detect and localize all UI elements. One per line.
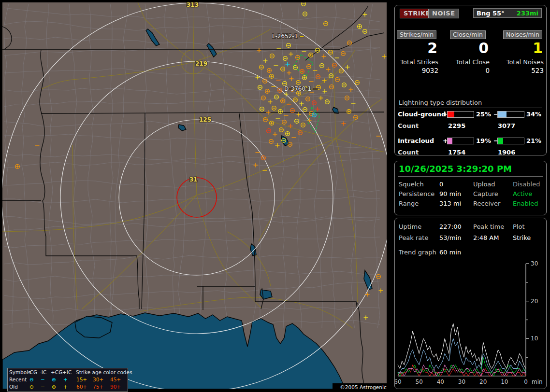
uptime-value: 227:00	[439, 223, 462, 230]
plot-mode-value: Strike	[513, 234, 531, 241]
trend-x-tick: 10	[501, 378, 508, 385]
uptime-label: Uptime	[399, 223, 421, 230]
trend-y-tick: 30	[531, 260, 538, 267]
age-90: 90+	[110, 384, 121, 390]
range-value: 313 mi	[439, 200, 461, 207]
age-30: 30+	[93, 377, 103, 382]
legend-col-ic-pos: +IC	[62, 369, 72, 375]
intracloud-label: Intracloud	[398, 137, 434, 144]
session-panel: Uptime 227:00 Peak time Plot Peak rate 5…	[394, 218, 547, 389]
intracloud-count-row: Count 1754 1906	[395, 149, 546, 155]
noise-mode-button[interactable]: NOISE	[428, 9, 459, 18]
total-close-label: Total Close	[450, 56, 491, 66]
trend-y-tick: 10	[531, 335, 538, 342]
circle-plus-icon: ⊕	[52, 384, 56, 390]
count-label: Count	[398, 122, 419, 129]
trend-series-intracloud-pos	[398, 365, 526, 376]
cloud-ground-row: Cloud-ground + 25% − 34%	[395, 111, 546, 117]
peak-rate-value: 53/min	[439, 234, 461, 241]
cloud-ground-count-row: Count 2295 3077	[395, 122, 546, 129]
total-noises-value: 523	[503, 66, 545, 74]
status-panel: 10/26/2025 3:29:20 PM Squelch 0 Upload D…	[394, 161, 547, 215]
map-canvas[interactable]: 31321912531L-2652-1−D-3760-1− Symbols -C…	[2, 2, 387, 389]
bearing-readout: Bng 55° 233mi	[473, 8, 542, 18]
minus-icon: −	[41, 384, 45, 390]
capture-status: Active	[513, 190, 532, 197]
noises-per-min-chip[interactable]: Noises/min	[503, 30, 542, 39]
range-ring-label: 313	[187, 2, 199, 8]
stats-panel: STRIKE NOISE Bng 55° 233mi Strikes/min 2…	[394, 5, 547, 155]
minus-icon: −	[41, 377, 45, 382]
plus-icon: +	[63, 377, 68, 382]
ic-pos-count: 1754	[448, 149, 465, 156]
receiver-label: Receiver	[473, 200, 500, 207]
trend-x-axis-unit: min	[532, 378, 543, 385]
trend-graph-label: Trend graph	[399, 249, 436, 256]
persistence-label: Persistence	[399, 190, 434, 197]
symbol-legend: Symbols -CG -IC +CG +IC Strike age color…	[7, 368, 128, 392]
strikes-per-min-value: 2	[397, 39, 439, 56]
storm-cell-label: L-2652-1−	[272, 33, 304, 40]
circle-minus-icon: ⊖	[29, 384, 34, 390]
ic-neg-bar	[497, 138, 524, 144]
trend-graph: 1020306050403020100min	[395, 259, 547, 388]
range-ring-label: 31	[189, 176, 198, 183]
distribution-title: Lightning type distribution	[399, 99, 542, 108]
trend-series-intracloud-neg	[398, 357, 526, 376]
legend-col-cg-neg: -CG	[28, 369, 37, 375]
count-label: Count	[398, 149, 419, 156]
cg-pos-count: 2295	[448, 122, 465, 129]
age-60: 60+	[76, 384, 87, 390]
trend-x-tick: 40	[437, 378, 444, 385]
storm-cell-label: D-3760-1−	[284, 85, 318, 92]
trend-x-tick: 30	[458, 378, 465, 385]
total-noises-label: Total Noises	[503, 56, 545, 66]
legend-col-ic-neg: -IC	[40, 369, 46, 375]
peak-rate-label: Peak rate	[399, 234, 428, 241]
separator	[398, 176, 543, 177]
ic-pos-bar	[447, 138, 474, 144]
squelch-value: 0	[439, 181, 443, 188]
trend-y-tick: 20	[531, 298, 538, 305]
cg-neg-bar	[497, 111, 524, 118]
age-45: 45+	[110, 377, 121, 382]
trend-series-total	[398, 323, 526, 368]
upload-status: Disabled	[513, 181, 540, 188]
peak-time-label: Peak time	[473, 223, 504, 230]
ic-neg-pct: 21%	[526, 137, 541, 144]
noises-column: Noises/min 1 Total Noises 523	[503, 30, 545, 74]
squelch-label: Squelch	[399, 181, 424, 188]
persistence-value: 90 min	[439, 190, 461, 197]
trend-series-cloud-ground-pos	[398, 365, 526, 376]
range-ring-label: 125	[199, 116, 211, 123]
range-ring-label: 219	[195, 60, 207, 67]
cg-neg-pct: 34%	[526, 111, 541, 118]
legend-recent-label: Recent	[9, 377, 27, 382]
upload-label: Upload	[473, 181, 495, 188]
plus-icon: +	[63, 384, 68, 390]
close-per-min-chip[interactable]: Close/min	[450, 30, 486, 39]
receiver-status: Enabled	[513, 200, 538, 207]
total-strikes-value: 9032	[397, 66, 439, 74]
trend-x-tick: 60	[395, 378, 402, 385]
close-column: Close/min 0 Total Close 0	[450, 30, 491, 74]
bearing-value: Bng 55°	[477, 10, 505, 17]
lightning-map[interactable]: 31321912531L-2652-1−D-3760-1−	[2, 2, 387, 389]
age-15: 15+	[76, 377, 87, 382]
circle-minus-icon: ⊖	[29, 377, 34, 382]
trend-graph-span: 60 min	[439, 249, 461, 256]
total-strikes-label: Total Strikes	[397, 56, 439, 66]
close-per-min-value: 0	[450, 39, 491, 56]
cloud-ground-label: Cloud-ground	[398, 111, 446, 118]
trend-x-tick: 0	[524, 378, 528, 385]
strikes-column: Strikes/min 2 Total Strikes 9032	[397, 30, 439, 74]
plot-label: Plot	[513, 223, 525, 230]
circle-plus-icon: ⊕	[52, 377, 56, 382]
capture-label: Capture	[473, 190, 498, 197]
total-close-value: 0	[450, 66, 491, 74]
strikes-per-min-chip[interactable]: Strikes/min	[397, 30, 436, 39]
noises-per-min-value: 1	[503, 39, 545, 56]
range-label: Range	[399, 200, 419, 207]
age-75: 75+	[93, 384, 103, 390]
datetime-display: 10/26/2025 3:29:20 PM	[399, 164, 512, 174]
